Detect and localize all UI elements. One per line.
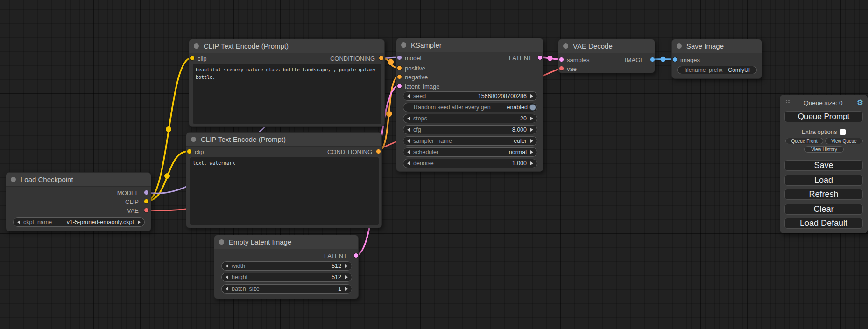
next-value-arrow-icon[interactable] <box>345 275 348 279</box>
input-slot-clip[interactable] <box>190 56 195 61</box>
queue-prompt-button[interactable]: Queue Prompt <box>784 111 863 122</box>
widget-label: width <box>232 263 245 269</box>
input-slot-positive[interactable] <box>397 65 402 70</box>
collapse-dot-icon[interactable] <box>401 42 406 48</box>
node-clip-positive-titlebar[interactable]: CLIP Text Encode (Prompt) <box>189 39 384 53</box>
input-slot-model[interactable] <box>397 55 402 60</box>
node-empty-latent-image: Empty Latent Image LATENT width 512 heig… <box>214 235 359 299</box>
output-label-conditioning: CONDITIONING <box>327 148 372 155</box>
output-slot-model[interactable] <box>144 190 149 195</box>
prev-value-arrow-icon[interactable] <box>17 220 20 224</box>
input-slot-samples[interactable] <box>559 57 564 62</box>
extra-options-checkbox[interactable] <box>840 129 846 135</box>
view-history-button[interactable]: View History <box>804 146 844 153</box>
refresh-button[interactable]: Refresh <box>784 189 863 200</box>
node-save-image-titlebar[interactable]: Save Image <box>672 39 762 53</box>
clear-button[interactable]: Clear <box>784 204 863 215</box>
output-slot-latent[interactable] <box>537 55 543 60</box>
node-vae-decode: VAE Decode samples vae IMAGE <box>558 39 655 73</box>
widget-ckpt-name[interactable]: ckpt_name v1-5-pruned-emaonly.ckpt <box>13 217 145 227</box>
input-label-clip: clip <box>198 55 207 62</box>
drag-handle-icon[interactable] <box>786 100 790 106</box>
node-ksampler-titlebar[interactable]: KSampler <box>396 38 543 52</box>
collapse-dot-icon[interactable] <box>563 43 568 49</box>
next-value-arrow-icon[interactable] <box>345 264 348 268</box>
node-save-image: Save Image images filename_prefix ComfyU… <box>671 39 762 79</box>
next-value-arrow-icon[interactable] <box>530 117 533 120</box>
next-value-arrow-icon[interactable] <box>345 287 348 291</box>
next-value-arrow-icon[interactable] <box>530 139 533 143</box>
collapse-dot-icon[interactable] <box>677 43 682 49</box>
prev-value-arrow-icon[interactable] <box>407 139 410 143</box>
prev-value-arrow-icon[interactable] <box>226 264 228 268</box>
node-clip-negative-titlebar[interactable]: CLIP Text Encode (Prompt) <box>186 133 381 147</box>
widget-value: 1.000 <box>512 160 527 167</box>
widget-value: v1-5-pruned-emaonly.ckpt <box>67 219 134 225</box>
prev-value-arrow-icon[interactable] <box>407 150 410 154</box>
next-value-arrow-icon[interactable] <box>530 128 533 132</box>
prev-value-arrow-icon[interactable] <box>407 117 410 120</box>
widget-label: ckpt_name <box>23 219 52 225</box>
prev-value-arrow-icon[interactable] <box>407 161 410 165</box>
input-slot-clip[interactable] <box>187 149 192 154</box>
input-slot-negative[interactable] <box>397 74 402 79</box>
output-slot-clip[interactable] <box>144 199 149 204</box>
node-load-checkpoint-titlebar[interactable]: Load Checkpoint <box>6 173 151 187</box>
widget-seed[interactable]: seed 156680208700286 <box>403 91 537 101</box>
output-slot-conditioning[interactable] <box>379 56 384 61</box>
node-vae-decode-titlebar[interactable]: VAE Decode <box>558 39 655 53</box>
widget-denoise[interactable]: denoise 1.000 <box>403 159 537 168</box>
load-default-button[interactable]: Load Default <box>784 218 863 229</box>
widget-random-seed[interactable]: Random seed after every gen enabled <box>403 103 537 112</box>
widget-filename-prefix[interactable]: filename_prefix ComfyUI <box>677 66 757 74</box>
widget-label: cfg <box>413 126 421 133</box>
next-value-arrow-icon[interactable] <box>530 161 533 165</box>
view-queue-button[interactable]: View Queue <box>825 138 863 144</box>
prev-value-arrow-icon[interactable] <box>226 275 228 279</box>
widget-label: seed <box>413 93 426 99</box>
output-slot-image[interactable] <box>650 57 655 62</box>
output-slot-latent[interactable] <box>353 253 359 258</box>
node-empty-latent-titlebar[interactable]: Empty Latent Image <box>214 235 358 249</box>
input-slot-images[interactable] <box>672 57 677 62</box>
negative-prompt-textarea[interactable]: text, watermark <box>190 157 379 225</box>
input-slot-latent-image[interactable] <box>397 84 402 89</box>
widget-width[interactable]: width 512 <box>221 261 352 271</box>
widget-cfg[interactable]: cfg 8.000 <box>403 125 537 134</box>
next-value-arrow-icon[interactable] <box>530 150 533 154</box>
load-button[interactable]: Load <box>784 175 863 186</box>
widget-batch-size[interactable]: batch_size 1 <box>221 284 352 294</box>
output-label-vae: VAE <box>127 207 139 214</box>
prev-value-arrow-icon[interactable] <box>226 287 228 291</box>
next-value-arrow-icon[interactable] <box>138 220 141 224</box>
collapse-dot-icon[interactable] <box>11 177 16 182</box>
widget-sampler-name[interactable]: sampler_name euler <box>403 136 537 146</box>
output-label-model: MODEL <box>117 189 139 196</box>
random-seed-toggle[interactable] <box>529 104 536 111</box>
link-dot-latent <box>548 56 553 61</box>
input-label-model: model <box>405 55 421 62</box>
settings-gear-icon[interactable]: ⚙ <box>857 99 863 106</box>
widget-steps[interactable]: steps 20 <box>403 114 537 123</box>
output-slot-vae[interactable] <box>144 208 149 213</box>
next-value-arrow-icon[interactable] <box>530 94 533 98</box>
positive-prompt-textarea[interactable]: beautiful scenery nature glass bottle la… <box>193 64 381 124</box>
widget-scheduler[interactable]: scheduler normal <box>403 147 537 157</box>
input-label-positive: positive <box>405 65 425 72</box>
queue-front-button[interactable]: Queue Front <box>785 138 823 144</box>
collapse-dot-icon[interactable] <box>191 137 196 142</box>
widget-label: sampler_name <box>413 138 452 144</box>
link-dot-negative <box>386 111 392 117</box>
node-title: VAE Decode <box>573 42 613 50</box>
input-slot-vae[interactable] <box>559 66 564 71</box>
collapse-dot-icon[interactable] <box>219 239 224 245</box>
prev-value-arrow-icon[interactable] <box>407 94 410 98</box>
comfyui-canvas[interactable]: { "nodes": { "load_checkpoint": { "title… <box>0 0 868 329</box>
output-slot-conditioning[interactable] <box>376 149 381 154</box>
collapse-dot-icon[interactable] <box>194 43 199 49</box>
widget-value: ComfyUI <box>728 67 750 73</box>
save-button[interactable]: Save <box>784 160 863 171</box>
extra-options-label: Extra options <box>802 128 837 135</box>
widget-height[interactable]: height 512 <box>221 273 352 282</box>
prev-value-arrow-icon[interactable] <box>407 128 410 132</box>
